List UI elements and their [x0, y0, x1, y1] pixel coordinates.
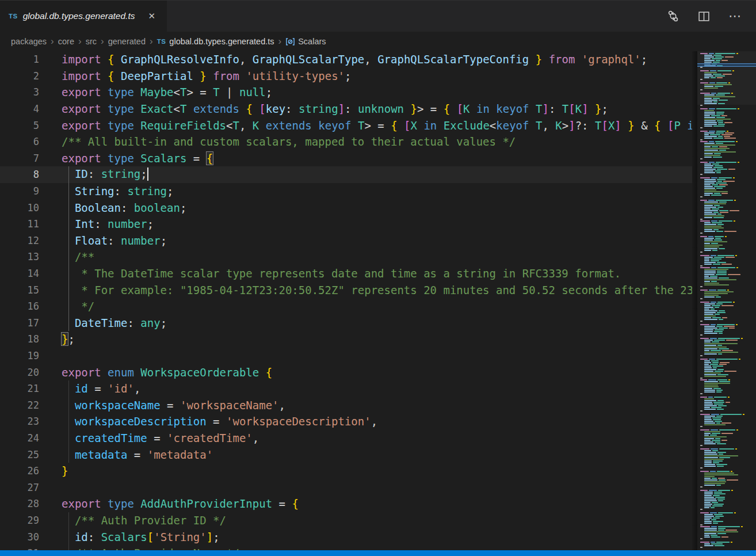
line-number[interactable]: 9 [0, 185, 39, 197]
minimap-viewport-slider[interactable] [697, 51, 756, 105]
code-token [62, 167, 75, 180]
breadcrumb-item-src[interactable]: src [86, 37, 97, 46]
code-token: ; [161, 317, 167, 329]
code-line[interactable]: 13 /** [0, 249, 693, 265]
line-number[interactable]: 19 [0, 350, 39, 361]
code-line[interactable]: 16 */ [0, 298, 693, 315]
code-token: : [88, 531, 101, 543]
code-line[interactable]: 12 Float: number; [0, 233, 693, 249]
code-token: { [246, 102, 252, 115]
code-line[interactable]: 30 id: Scalars['String']; [0, 528, 693, 545]
code-token [114, 53, 121, 66]
tab-close-icon[interactable]: ✕ [146, 10, 158, 22]
line-number[interactable]: 26 [0, 465, 39, 477]
line-number[interactable]: 20 [0, 367, 39, 378]
editor-scrollbar[interactable] [692, 51, 697, 550]
line-number[interactable]: 30 [0, 531, 39, 543]
code-line[interactable]: 24 createdTime = 'createdTime', [0, 430, 693, 447]
minimap[interactable] [697, 51, 756, 550]
line-number[interactable]: 25 [0, 449, 39, 460]
code-line[interactable]: 18}; [0, 331, 693, 348]
code-line[interactable]: 27 [0, 479, 693, 496]
code-line[interactable]: 28export type AddAuthProviderInput = { [0, 496, 693, 512]
more-actions-icon[interactable]: ⋯ [728, 13, 741, 19]
split-editor-icon[interactable] [698, 10, 710, 22]
line-number[interactable]: 3 [0, 86, 39, 98]
code-line[interactable]: 5export type RequireFields<T, K extends … [0, 117, 693, 134]
line-number[interactable]: 24 [0, 432, 39, 444]
line-number[interactable]: 10 [0, 202, 39, 214]
code-token: : [121, 201, 134, 214]
line-number[interactable]: 29 [0, 515, 39, 526]
line-number[interactable]: 6 [0, 136, 39, 147]
breadcrumb-item-generated[interactable]: generated [108, 37, 146, 46]
code-line[interactable]: 3export type Maybe<T> = T | null; [0, 84, 693, 101]
line-number[interactable]: 15 [0, 284, 39, 296]
line-number[interactable]: 12 [0, 235, 39, 246]
breadcrumb-item-core[interactable]: core [58, 37, 74, 46]
code-line[interactable]: 22 workspaceName = 'workspaceName', [0, 397, 693, 413]
code-line[interactable]: 19 [0, 348, 693, 364]
code-token: < [226, 119, 232, 132]
code-line[interactable]: 23 workspaceDescription = 'workspaceDesc… [0, 413, 693, 430]
line-number[interactable]: 28 [0, 498, 39, 509]
code-token: , [239, 53, 253, 66]
line-number[interactable]: 7 [0, 153, 39, 164]
code-line[interactable]: 31 /** Auth Provider Name */ [0, 545, 693, 550]
line-number[interactable]: 5 [0, 120, 39, 131]
code-line[interactable]: 2import { DeepPartial } from 'utility-ty… [0, 68, 693, 85]
line-number[interactable]: 1 [0, 54, 39, 65]
line-number[interactable]: 8 [0, 169, 39, 180]
line-number[interactable]: 16 [0, 300, 39, 312]
code-line[interactable]: 8 ID: string; [0, 166, 693, 183]
code-token [239, 102, 246, 115]
code-line[interactable]: 15 * For example: "1985-04-12T23:20:50.5… [0, 281, 693, 298]
code-token: } [200, 70, 206, 82]
code-line[interactable]: 10 Boolean: boolean; [0, 199, 693, 216]
code-token [681, 119, 687, 132]
breadcrumb-item-symbol-scalars[interactable]: Scalars [285, 37, 326, 47]
code-token: } [411, 102, 417, 115]
line-number[interactable]: 13 [0, 251, 39, 262]
line-number[interactable]: 27 [0, 482, 39, 493]
code-line[interactable]: 29 /** Auth Provider ID */ [0, 512, 693, 529]
code-token [62, 201, 75, 214]
code-line[interactable]: 9 String: string; [0, 183, 693, 200]
line-number[interactable]: 21 [0, 383, 39, 394]
breadcrumb-item-file[interactable]: TS global.db.types.generated.ts [157, 37, 274, 46]
code-editor[interactable]: 1import { GraphQLResolveInfo, GraphQLSca… [0, 51, 693, 550]
line-number[interactable]: 4 [0, 103, 39, 115]
tab-global-db-types-generated[interactable]: TS global.db.types.generated.ts ✕ [0, 1, 167, 32]
code-token: keyof [496, 119, 529, 132]
code-token: : [549, 102, 562, 115]
code-line[interactable]: 21 id = 'id', [0, 380, 693, 397]
code-line[interactable]: 11 Int: number; [0, 216, 693, 233]
code-line[interactable]: 20export enum WorkspaceOrderable { [0, 364, 693, 380]
line-number[interactable]: 18 [0, 333, 39, 345]
code-token [351, 119, 357, 132]
open-changes-icon[interactable] [667, 10, 679, 22]
code-token: } [628, 119, 634, 132]
line-number[interactable]: 2 [0, 70, 39, 82]
code-token: < [174, 102, 180, 115]
code-line[interactable]: 26} [0, 463, 693, 479]
code-token [62, 531, 75, 543]
line-number[interactable]: 14 [0, 268, 39, 279]
line-number[interactable]: 22 [0, 399, 39, 411]
code-token: Scalars [140, 152, 186, 165]
code-line[interactable]: 6/** All built-in and custom scalars, ma… [0, 134, 693, 150]
code-line[interactable]: 7export type Scalars = { [0, 150, 693, 167]
code-line[interactable]: 25 metadata = 'metadata' [0, 446, 693, 463]
breadcrumb-item-packages[interactable]: packages [11, 37, 47, 46]
line-number[interactable]: 11 [0, 218, 39, 230]
code-line[interactable]: 1import { GraphQLResolveInfo, GraphQLSca… [0, 51, 693, 68]
code-line[interactable]: 4export type Exact<T extends { [key: str… [0, 101, 693, 117]
code-token: > [562, 119, 568, 132]
code-line[interactable]: 14 * The DateTime scalar type represents… [0, 265, 693, 282]
code-line[interactable]: 17 DateTime: any; [0, 315, 693, 332]
line-number[interactable]: 17 [0, 317, 39, 329]
code-line-text: workspaceDescription = 'workspaceDescrip… [39, 415, 377, 428]
line-number[interactable]: 23 [0, 416, 39, 427]
code-line-text: Float: number; [39, 234, 167, 247]
code-token: K [253, 119, 259, 132]
